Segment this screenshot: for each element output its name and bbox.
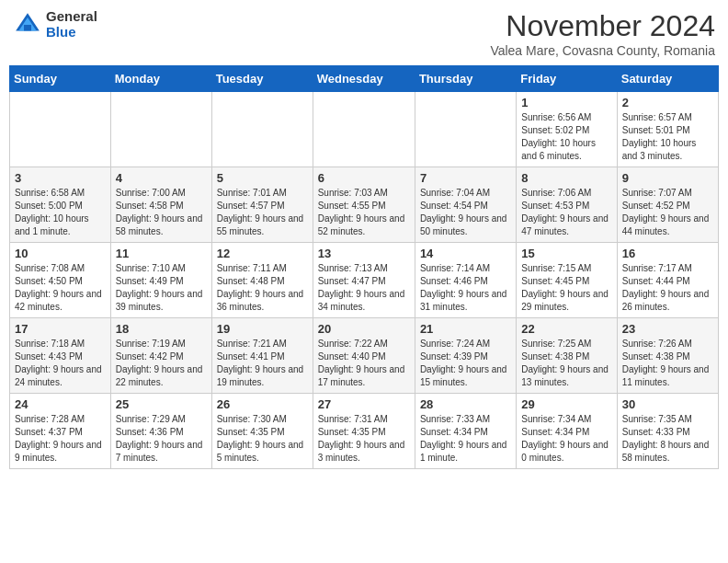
calendar-cell: 17Sunrise: 7:18 AM Sunset: 4:43 PM Dayli… [10,318,111,394]
day-number: 22 [521,322,611,336]
day-info: Sunrise: 7:01 AM Sunset: 4:57 PM Dayligh… [217,187,308,238]
calendar-cell [110,92,211,167]
day-number: 21 [420,322,511,336]
weekday-header-row: SundayMondayTuesdayWednesdayThursdayFrid… [10,66,719,92]
day-number: 1 [521,96,611,109]
day-info: Sunrise: 7:13 AM Sunset: 4:47 PM Dayligh… [318,262,410,314]
calendar-cell [211,92,313,167]
calendar-cell: 19Sunrise: 7:21 AM Sunset: 4:41 PM Dayli… [211,318,313,394]
calendar-cell: 1Sunrise: 6:56 AM Sunset: 5:02 PM Daylig… [517,92,617,167]
calendar-cell: 7Sunrise: 7:04 AM Sunset: 4:54 PM Daylig… [415,167,516,243]
calendar-week-row: 17Sunrise: 7:18 AM Sunset: 4:43 PM Dayli… [10,318,719,394]
calendar-cell: 27Sunrise: 7:31 AM Sunset: 4:35 PM Dayli… [313,394,415,469]
day-number: 28 [420,397,511,411]
logo: General Blue [13,9,97,40]
day-number: 19 [217,322,308,336]
day-number: 25 [116,397,207,411]
calendar-cell: 2Sunrise: 6:57 AM Sunset: 5:01 PM Daylig… [617,92,718,167]
day-number: 18 [116,322,207,336]
day-info: Sunrise: 7:08 AM Sunset: 4:50 PM Dayligh… [15,262,106,314]
weekday-header-thursday: Thursday [415,66,516,92]
calendar-cell: 10Sunrise: 7:08 AM Sunset: 4:50 PM Dayli… [10,243,111,318]
calendar-cell: 9Sunrise: 7:07 AM Sunset: 4:52 PM Daylig… [617,167,718,243]
day-info: Sunrise: 7:21 AM Sunset: 4:41 PM Dayligh… [217,338,308,389]
day-info: Sunrise: 7:35 AM Sunset: 4:33 PM Dayligh… [622,413,713,465]
day-info: Sunrise: 7:29 AM Sunset: 4:36 PM Dayligh… [116,413,207,465]
day-number: 12 [217,247,308,260]
weekday-header-wednesday: Wednesday [313,66,415,92]
day-number: 3 [15,171,106,185]
day-number: 4 [116,171,207,185]
month-title: November 2024 [490,9,715,43]
day-number: 8 [521,171,611,185]
calendar-cell: 5Sunrise: 7:01 AM Sunset: 4:57 PM Daylig… [211,167,313,243]
day-number: 30 [622,397,713,411]
day-number: 26 [217,397,308,411]
calendar-cell: 11Sunrise: 7:10 AM Sunset: 4:49 PM Dayli… [110,243,211,318]
calendar-cell: 4Sunrise: 7:00 AM Sunset: 4:58 PM Daylig… [110,167,211,243]
day-number: 6 [318,171,410,185]
calendar-cell: 28Sunrise: 7:33 AM Sunset: 4:34 PM Dayli… [415,394,516,469]
day-number: 10 [15,247,106,260]
day-number: 27 [318,397,410,411]
calendar-cell: 30Sunrise: 7:35 AM Sunset: 4:33 PM Dayli… [617,394,718,469]
day-number: 11 [116,247,207,260]
calendar-cell [313,92,415,167]
day-info: Sunrise: 7:24 AM Sunset: 4:39 PM Dayligh… [420,338,511,389]
day-info: Sunrise: 7:30 AM Sunset: 4:35 PM Dayligh… [217,413,308,465]
logo-icon [13,10,42,40]
day-info: Sunrise: 7:28 AM Sunset: 4:37 PM Dayligh… [15,413,106,465]
day-info: Sunrise: 7:03 AM Sunset: 4:55 PM Dayligh… [318,187,410,238]
day-number: 24 [15,397,106,411]
calendar-cell: 24Sunrise: 7:28 AM Sunset: 4:37 PM Dayli… [10,394,111,469]
day-info: Sunrise: 7:00 AM Sunset: 4:58 PM Dayligh… [116,187,207,238]
day-number: 5 [217,171,308,185]
calendar-week-row: 1Sunrise: 6:56 AM Sunset: 5:02 PM Daylig… [10,92,719,167]
day-number: 16 [622,247,713,260]
calendar-cell: 13Sunrise: 7:13 AM Sunset: 4:47 PM Dayli… [313,243,415,318]
calendar-cell [10,92,111,167]
calendar-cell: 26Sunrise: 7:30 AM Sunset: 4:35 PM Dayli… [211,394,313,469]
weekday-header-saturday: Saturday [617,66,718,92]
day-info: Sunrise: 7:15 AM Sunset: 4:45 PM Dayligh… [521,262,611,314]
logo-text: General Blue [46,9,97,40]
calendar-cell: 25Sunrise: 7:29 AM Sunset: 4:36 PM Dayli… [110,394,211,469]
calendar-cell: 8Sunrise: 7:06 AM Sunset: 4:53 PM Daylig… [517,167,617,243]
calendar-cell: 15Sunrise: 7:15 AM Sunset: 4:45 PM Dayli… [517,243,617,318]
day-number: 13 [318,247,410,260]
day-number: 9 [622,171,713,185]
weekday-header-sunday: Sunday [10,66,111,92]
location-subtitle: Valea Mare, Covasna County, Romania [490,43,715,58]
day-number: 14 [420,247,511,260]
calendar-week-row: 24Sunrise: 7:28 AM Sunset: 4:37 PM Dayli… [10,394,719,469]
day-number: 15 [521,247,611,260]
calendar-table: SundayMondayTuesdayWednesdayThursdayFrid… [9,65,719,469]
calendar-cell: 20Sunrise: 7:22 AM Sunset: 4:40 PM Dayli… [313,318,415,394]
day-info: Sunrise: 7:19 AM Sunset: 4:42 PM Dayligh… [116,338,207,389]
logo-general-text: General [46,9,97,25]
day-info: Sunrise: 7:31 AM Sunset: 4:35 PM Dayligh… [318,413,410,465]
calendar-cell: 21Sunrise: 7:24 AM Sunset: 4:39 PM Dayli… [415,318,516,394]
calendar-cell: 23Sunrise: 7:26 AM Sunset: 4:38 PM Dayli… [617,318,718,394]
logo-blue-text: Blue [46,25,97,40]
calendar-cell: 12Sunrise: 7:11 AM Sunset: 4:48 PM Dayli… [211,243,313,318]
calendar-week-row: 10Sunrise: 7:08 AM Sunset: 4:50 PM Dayli… [10,243,719,318]
calendar-cell: 14Sunrise: 7:14 AM Sunset: 4:46 PM Dayli… [415,243,516,318]
day-info: Sunrise: 6:58 AM Sunset: 5:00 PM Dayligh… [15,187,106,238]
day-info: Sunrise: 7:10 AM Sunset: 4:49 PM Dayligh… [116,262,207,314]
day-info: Sunrise: 7:06 AM Sunset: 4:53 PM Dayligh… [521,187,611,238]
calendar-cell: 18Sunrise: 7:19 AM Sunset: 4:42 PM Dayli… [110,318,211,394]
day-number: 29 [521,397,611,411]
day-number: 23 [622,322,713,336]
day-number: 17 [15,322,106,336]
day-info: Sunrise: 7:11 AM Sunset: 4:48 PM Dayligh… [217,262,308,314]
weekday-header-friday: Friday [517,66,617,92]
svg-rect-2 [24,25,31,30]
day-info: Sunrise: 7:22 AM Sunset: 4:40 PM Dayligh… [318,338,410,389]
day-info: Sunrise: 6:57 AM Sunset: 5:01 PM Dayligh… [622,111,713,163]
calendar-week-row: 3Sunrise: 6:58 AM Sunset: 5:00 PM Daylig… [10,167,719,243]
day-info: Sunrise: 7:25 AM Sunset: 4:38 PM Dayligh… [521,338,611,389]
day-number: 2 [622,96,713,109]
day-number: 20 [318,322,410,336]
calendar-cell: 3Sunrise: 6:58 AM Sunset: 5:00 PM Daylig… [10,167,111,243]
